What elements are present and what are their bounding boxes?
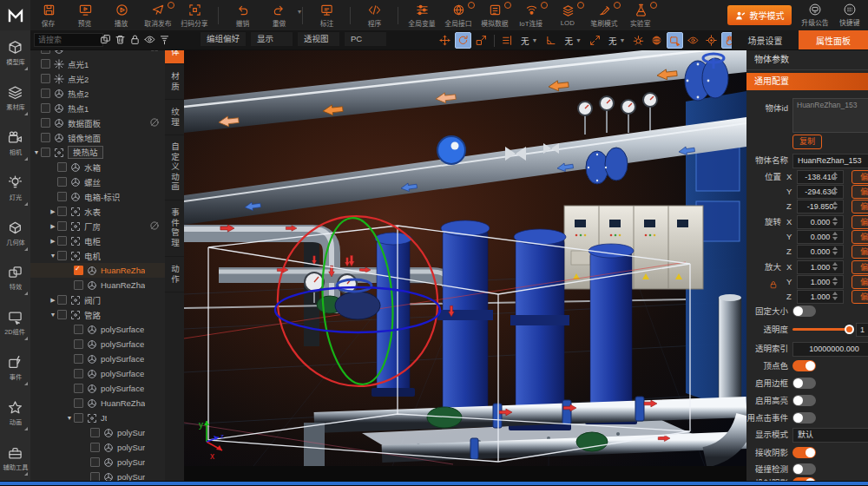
tree-checkbox[interactable] (41, 59, 50, 69)
offset-button[interactable]: 偏移 (852, 245, 868, 259)
expand-arrow-icon[interactable]: ▼ (65, 415, 74, 421)
value-stepper[interactable] (832, 277, 838, 286)
tree-row[interactable]: ▶阀门 (30, 292, 165, 307)
toolbar-unpublish-button[interactable]: 取消发布 (140, 1, 176, 30)
toolbar-global-var-button[interactable]: 全局变量 (404, 1, 440, 30)
expand-arrow-icon[interactable]: ▶ (49, 238, 57, 245)
value-stepper[interactable] (832, 201, 838, 210)
copy-button[interactable]: 复制 (792, 135, 822, 149)
tool-scale-snap-button[interactable] (587, 32, 603, 49)
tree-checkbox[interactable] (57, 192, 67, 201)
tree-row[interactable]: polySurface (30, 351, 165, 366)
panel-tab-3[interactable]: 自定义动画 (165, 135, 184, 200)
tool-focus-button[interactable] (703, 32, 720, 49)
tool-scale-button[interactable] (473, 32, 490, 49)
tree-row[interactable]: 电箱-标识 (30, 189, 165, 204)
tree-row[interactable]: 螺丝 (30, 174, 165, 189)
offset-button[interactable]: 偏移 (852, 275, 868, 289)
tool-box-select-button[interactable] (667, 32, 683, 49)
upgrade-notice-button[interactable]: 升级公告 (800, 3, 830, 27)
tree-checkbox[interactable] (74, 354, 83, 364)
toggle-固定大小[interactable] (792, 305, 816, 317)
tool-visibility-button[interactable] (685, 32, 701, 49)
toggle-禁用点击事件[interactable] (792, 412, 816, 424)
toolbar-lab-button[interactable]: 实验室 (622, 1, 659, 30)
setting-input[interactable]: 10000000.000 (792, 342, 868, 357)
toggle-启用边框[interactable] (792, 378, 816, 389)
tree-checkbox[interactable] (74, 413, 83, 423)
tree-checkbox[interactable] (41, 103, 50, 113)
expand-arrow-icon[interactable]: ▼ (49, 253, 57, 259)
toolbar-lod-button[interactable]: LOD (549, 1, 586, 30)
panel-tab-2[interactable]: 纹理 (165, 100, 184, 135)
rail-item-asset-lib[interactable]: 素材库 (0, 76, 30, 121)
toolbar-qr-share-button[interactable]: 扫码分享 (176, 1, 213, 30)
snap-value-dropdown[interactable]: 无▼ (605, 33, 628, 48)
tree-row[interactable]: ▶水表 (30, 204, 165, 219)
value-stepper[interactable] (832, 187, 838, 195)
tree-row[interactable]: ▶厂房 (30, 219, 165, 233)
toolbar-brush-button[interactable]: 笔刷模式 (586, 1, 622, 30)
rail-item-camera[interactable]: 相机 (0, 121, 30, 166)
viewport[interactable]: y x z (184, 49, 746, 466)
tree-checkbox[interactable] (74, 325, 83, 334)
tree-search-input[interactable] (34, 33, 103, 47)
offset-button[interactable]: 偏移 (852, 260, 868, 274)
tab-properties-panel[interactable]: 属性面板 (799, 30, 868, 49)
snap-value-dropdown[interactable]: 无▼ (517, 33, 541, 48)
opacity-slider[interactable] (792, 328, 850, 331)
tree-checkbox[interactable] (90, 472, 100, 481)
slider-knob[interactable] (845, 325, 854, 334)
tree-checkbox[interactable] (41, 118, 50, 128)
rail-item-geometry[interactable]: 几何体 (0, 211, 30, 256)
toggle-碰撞检测[interactable] (792, 463, 816, 475)
toolbar-code-button[interactable]: 程序 (356, 1, 392, 30)
value-stepper[interactable] (832, 262, 838, 271)
tool-move-button[interactable] (437, 32, 453, 49)
tree-row[interactable]: ▼Jt (30, 410, 165, 425)
toggle-启用高亮[interactable] (792, 395, 816, 406)
offset-button[interactable]: 偏移 (852, 170, 868, 184)
tool-rotate-button[interactable] (455, 32, 471, 49)
display-mode-select[interactable]: 默认 (792, 428, 868, 443)
tree-row[interactable]: polySur (30, 425, 165, 440)
caret-down-icon[interactable]: ▾ (298, 8, 301, 16)
tree-row[interactable] (30, 49, 165, 56)
tree-checkbox[interactable] (57, 207, 67, 216)
rail-item-events[interactable]: 事件 (0, 345, 30, 391)
value-stepper[interactable] (832, 232, 838, 240)
tree-checkbox[interactable] (74, 266, 83, 275)
hotkeys-button[interactable]: 快捷键 (838, 3, 861, 27)
tree-checkbox[interactable] (41, 74, 50, 83)
snap-value-dropdown[interactable]: 无▼ (561, 33, 584, 48)
view-menu-1[interactable]: 显示 (251, 32, 293, 46)
tree-tool-lock-button[interactable] (129, 33, 141, 44)
rail-item-2d-widget[interactable]: 2D组件 (0, 300, 30, 345)
rail-item-effects[interactable]: 特效 (0, 256, 30, 301)
tree-checkbox[interactable] (90, 428, 100, 437)
expand-arrow-icon[interactable]: ▶ (49, 297, 57, 304)
rail-item-model-lib[interactable]: 模型库 (0, 30, 30, 76)
tree-row[interactable]: ▼换热站 (30, 145, 165, 160)
tree-row[interactable]: 水箱 (30, 160, 165, 174)
view-menu-3[interactable]: PC (345, 32, 386, 46)
tree-row[interactable]: 点光1 (30, 56, 165, 71)
tree-row[interactable]: polySurface (30, 366, 165, 381)
tree-row[interactable]: HuanReZha (30, 396, 165, 410)
tab-scene-settings[interactable]: 场景设置 (732, 30, 799, 49)
tree-tool-visibility-button[interactable] (144, 33, 155, 44)
eye-off-icon[interactable] (149, 117, 160, 128)
rail-item-light[interactable]: 灯光 (0, 166, 30, 211)
tree-row[interactable]: polySurface (30, 337, 165, 351)
tree-row[interactable]: 点光2 (30, 71, 165, 86)
tree-row[interactable]: polySurface (30, 322, 165, 337)
object-id-field[interactable]: HuanReZhan_153 (792, 98, 868, 133)
panel-tab-5[interactable]: 动作 (165, 257, 184, 292)
expand-arrow-icon[interactable]: ▼ (49, 312, 57, 318)
tree-checkbox[interactable] (41, 148, 50, 157)
tree-checkbox[interactable] (57, 177, 67, 187)
value-stepper[interactable] (832, 292, 838, 300)
tree-row[interactable]: polySur (30, 470, 165, 481)
expand-arrow-icon[interactable]: ▶ (49, 208, 57, 215)
eye-off-icon[interactable] (149, 220, 160, 231)
